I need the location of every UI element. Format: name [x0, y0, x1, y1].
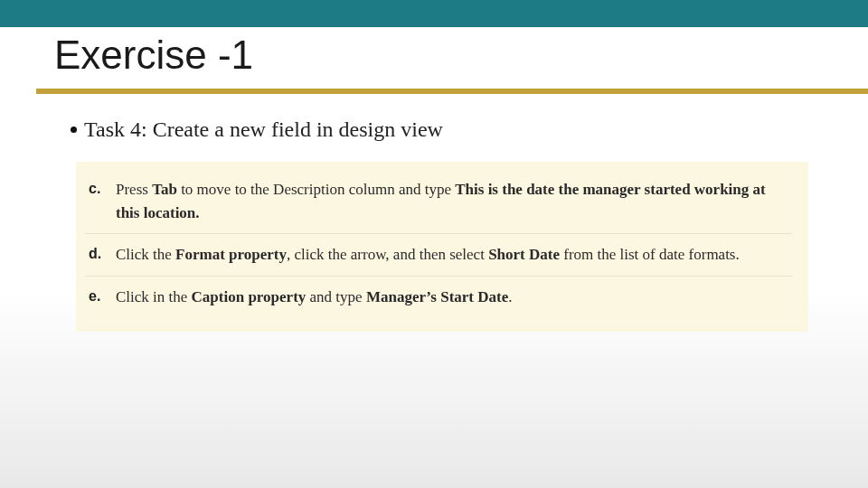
step-letter: d.	[89, 243, 116, 265]
step-row: d. Click the Format property, click the …	[85, 234, 792, 277]
header-bar: Exercise -1	[0, 0, 868, 89]
page-title: Exercise -1	[54, 33, 253, 78]
step-text: Click the Format property, click the arr…	[116, 243, 740, 267]
step-text: Click in the Caption property and type M…	[116, 286, 513, 309]
bullet-icon	[71, 127, 77, 133]
step-letter: e.	[89, 286, 116, 307]
task-bullet-line: Task 4: Create a new field in design vie…	[71, 117, 814, 142]
content-area: Task 4: Create a new field in design vie…	[0, 89, 868, 332]
accent-rule	[36, 89, 868, 94]
step-row: c. Press Tab to move to the Description …	[85, 169, 792, 234]
step-letter: c.	[89, 178, 116, 200]
steps-box: c. Press Tab to move to the Description …	[76, 162, 808, 332]
step-row: e. Click in the Caption property and typ…	[85, 277, 792, 318]
task-text: Task 4: Create a new field in design vie…	[84, 117, 443, 142]
step-text: Press Tab to move to the Description col…	[116, 178, 788, 224]
